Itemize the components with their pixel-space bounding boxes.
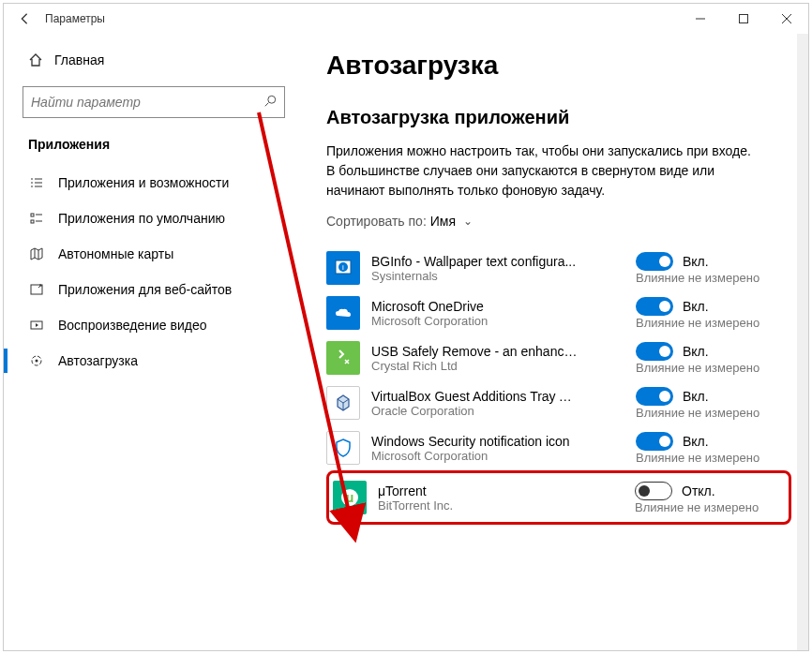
toggle-row: Вкл. (636, 432, 709, 451)
impact-text: Влияние не измерено (636, 451, 759, 465)
app-right: Откл. Влияние не измерено (635, 482, 785, 514)
toggle-switch[interactable] (636, 342, 673, 361)
app-text: BGInfo - Wallpaper text configura... Sys… (371, 254, 624, 283)
app-row: Microsoft OneDrive Microsoft Corporation… (326, 290, 786, 335)
svg-rect-1 (740, 15, 748, 23)
scrollbar[interactable] (797, 34, 808, 650)
toggle-row: Вкл. (636, 297, 709, 316)
app-icon-virtualbox (326, 386, 360, 420)
svg-rect-12 (31, 214, 34, 216)
app-right: Вкл. Влияние не измерено (636, 342, 786, 375)
home-button[interactable]: Главная (23, 45, 285, 75)
video-icon (28, 317, 45, 334)
main-panel: Автозагрузка Автозагрузка приложений При… (304, 34, 808, 650)
app-publisher: Microsoft Corporation (371, 314, 624, 328)
app-text: VirtualBox Guest Additions Tray A... Ora… (371, 389, 624, 418)
page-heading: Автозагрузка (326, 51, 786, 81)
toggle-row: Вкл. (636, 252, 709, 271)
settings-window: Параметры Главная Приложения (3, 3, 809, 651)
app-text: Microsoft OneDrive Microsoft Corporation (371, 299, 624, 328)
content: Главная Приложения Приложения и возможно… (4, 34, 808, 650)
impact-text: Влияние не измерено (636, 316, 759, 330)
toggle-label: Вкл. (683, 389, 709, 404)
startup-icon (28, 352, 45, 369)
app-row: Windows Security notification icon Micro… (326, 425, 786, 470)
sidebar-item-label: Приложения и возможности (58, 175, 229, 190)
app-name: USB Safely Remove - an enhance... (371, 344, 578, 359)
impact-text: Влияние не измерено (636, 361, 759, 375)
sidebar-item-startup[interactable]: Автозагрузка (23, 343, 285, 379)
titlebar: Параметры (4, 4, 808, 34)
search-box[interactable] (23, 86, 285, 118)
app-icon-shield (326, 431, 360, 465)
toggle-switch[interactable] (636, 432, 673, 451)
toggle-label: Вкл. (683, 299, 709, 314)
toggle-row: Вкл. (636, 342, 709, 361)
app-icon-bginfo: i (326, 251, 360, 285)
sidebar-item-offline-maps[interactable]: Автономные карты (23, 236, 285, 272)
close-button[interactable] (765, 4, 808, 34)
app-right: Вкл. Влияние не измерено (636, 297, 786, 330)
sidebar-item-label: Автономные карты (58, 246, 173, 261)
app-publisher: Crystal Rich Ltd (371, 359, 624, 373)
app-name: BGInfo - Wallpaper text configura... (371, 254, 578, 269)
sidebar: Главная Приложения Приложения и возможно… (4, 34, 304, 650)
app-text: μTorrent BitTorrent Inc. (378, 483, 624, 513)
sidebar-item-label: Приложения для веб-сайтов (58, 282, 232, 297)
search-icon (263, 95, 277, 111)
defaults-icon (28, 210, 45, 227)
sort-label: Сортировать по: (326, 214, 427, 229)
sidebar-item-apps-features[interactable]: Приложения и возможности (23, 165, 285, 201)
toggle-switch[interactable] (636, 252, 673, 271)
svg-text:μ: μ (346, 490, 354, 505)
app-row-utorrent-highlighted: μ μTorrent BitTorrent Inc. Откл. Влияние… (326, 470, 791, 525)
app-row: USB Safely Remove - an enhance... Crysta… (326, 335, 786, 380)
svg-line-5 (265, 102, 269, 106)
sidebar-item-video-playback[interactable]: Воспроизведение видео (23, 307, 285, 343)
sidebar-item-website-apps[interactable]: Приложения для веб-сайтов (23, 272, 285, 307)
search-input[interactable] (31, 95, 263, 110)
toggle-switch[interactable] (636, 297, 673, 316)
app-publisher: Oracle Corporation (371, 404, 624, 418)
toggle-row: Откл. (635, 482, 715, 500)
minimize-button[interactable] (679, 4, 722, 34)
sidebar-item-label: Воспроизведение видео (58, 318, 206, 333)
app-icon-utorrent: μ (333, 481, 367, 514)
sidebar-item-default-apps[interactable]: Приложения по умолчанию (23, 201, 285, 236)
section-description: Приложения можно настроить так, чтобы он… (326, 141, 758, 201)
window-controls (679, 4, 808, 34)
impact-text: Влияние не измерено (636, 271, 759, 285)
app-right: Вкл. Влияние не измерено (636, 432, 786, 465)
app-name: VirtualBox Guest Additions Tray A... (371, 389, 578, 404)
sidebar-item-label: Приложения по умолчанию (58, 211, 225, 226)
toggle-label: Откл. (682, 483, 715, 498)
section-title: Приложения (23, 137, 285, 152)
home-icon (28, 52, 43, 67)
toggle-switch[interactable] (635, 482, 672, 500)
app-text: Windows Security notification icon Micro… (371, 434, 624, 463)
app-publisher: Sysinternals (371, 269, 624, 283)
impact-text: Влияние не измерено (635, 500, 759, 514)
toggle-switch[interactable] (636, 387, 673, 406)
back-button[interactable] (11, 6, 38, 32)
home-label: Главная (54, 52, 104, 67)
app-publisher: Microsoft Corporation (371, 449, 624, 463)
app-icon-onedrive (326, 296, 360, 330)
svg-text:i: i (342, 263, 344, 272)
map-icon (28, 245, 45, 262)
sidebar-item-label: Автозагрузка (58, 353, 138, 368)
maximize-button[interactable] (722, 4, 765, 34)
svg-rect-14 (31, 220, 34, 223)
impact-text: Влияние не измерено (636, 406, 759, 420)
svg-point-19 (36, 360, 38, 363)
sort-row[interactable]: Сортировать по: Имя ⌄ (326, 214, 786, 229)
app-publisher: BitTorrent Inc. (378, 498, 624, 513)
window-title: Параметры (45, 12, 105, 25)
app-right: Вкл. Влияние не измерено (636, 252, 786, 285)
svg-point-4 (268, 96, 276, 103)
app-right: Вкл. Влияние не измерено (636, 387, 786, 420)
app-row: i BGInfo - Wallpaper text configura... S… (326, 245, 786, 290)
app-name: Microsoft OneDrive (371, 299, 578, 314)
app-name: μTorrent (378, 483, 584, 498)
toggle-label: Вкл. (683, 434, 709, 449)
